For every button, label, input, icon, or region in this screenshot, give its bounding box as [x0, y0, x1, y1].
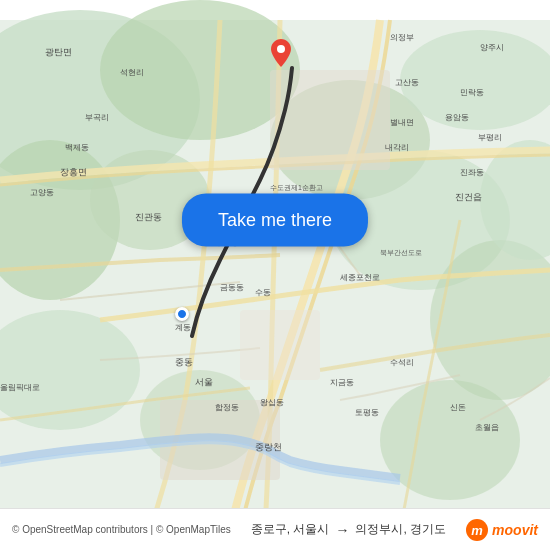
route-arrow: → — [335, 522, 349, 538]
svg-text:수석리: 수석리 — [390, 358, 414, 367]
svg-text:부평리: 부평리 — [478, 133, 502, 142]
svg-text:합정동: 합정동 — [215, 403, 239, 412]
svg-text:석현리: 석현리 — [120, 68, 144, 77]
svg-text:민락동: 민락동 — [460, 88, 484, 97]
svg-text:북부간선도로: 북부간선도로 — [380, 249, 422, 257]
svg-text:초월읍: 초월읍 — [475, 423, 499, 432]
map-attribution: © OpenStreetMap contributors | © OpenMap… — [12, 524, 231, 535]
route-to: 의정부시, 경기도 — [355, 521, 446, 538]
svg-text:장흥면: 장흥면 — [60, 167, 87, 177]
svg-text:내각리: 내각리 — [385, 143, 409, 152]
svg-text:세종포천로: 세종포천로 — [340, 273, 380, 282]
map-container: 광탄면 석현리 부곡리 백제동 장흥면 고양동 양주시 의정부 민락동 고산동 … — [0, 0, 550, 550]
svg-text:수도권제1순환고: 수도권제1순환고 — [270, 184, 323, 191]
svg-text:의정부: 의정부 — [390, 33, 414, 42]
svg-text:수동: 수동 — [255, 288, 271, 297]
svg-text:부곡리: 부곡리 — [85, 113, 109, 122]
svg-text:계동: 계동 — [175, 323, 191, 332]
svg-text:고양동: 고양동 — [30, 188, 54, 197]
route-from: 종로구, 서울시 — [251, 521, 330, 538]
map-background: 광탄면 석현리 부곡리 백제동 장흥면 고양동 양주시 의정부 민락동 고산동 … — [0, 0, 550, 550]
svg-text:광탄면: 광탄면 — [45, 47, 72, 57]
origin-dot — [175, 307, 189, 321]
svg-text:별내면: 별내면 — [390, 118, 414, 127]
svg-text:왕십동: 왕십동 — [260, 398, 284, 407]
svg-text:진관동: 진관동 — [135, 212, 162, 222]
svg-point-53 — [277, 45, 285, 53]
svg-text:고산동: 고산동 — [395, 78, 419, 87]
svg-text:용암동: 용암동 — [445, 113, 469, 122]
svg-text:토평동: 토평동 — [355, 408, 379, 417]
moovit-logo: m moovit — [466, 519, 538, 541]
svg-text:올림픽대로: 올림픽대로 — [0, 383, 40, 392]
moovit-wordmark: moovit — [492, 522, 538, 538]
take-me-there-button[interactable]: Take me there — [182, 194, 368, 247]
bottom-bar: © OpenStreetMap contributors | © OpenMap… — [0, 508, 550, 550]
svg-text:진건읍: 진건읍 — [455, 192, 482, 202]
moovit-icon: m — [466, 519, 488, 541]
svg-text:금동동: 금동동 — [220, 283, 244, 292]
svg-text:중동: 중동 — [175, 357, 193, 367]
route-info: 종로구, 서울시 → 의정부시, 경기도 — [251, 521, 446, 538]
svg-rect-14 — [240, 310, 320, 380]
svg-text:지금동: 지금동 — [330, 378, 354, 387]
svg-text:신돈: 신돈 — [450, 403, 466, 412]
svg-text:양주시: 양주시 — [480, 43, 504, 52]
svg-text:중랑천: 중랑천 — [255, 442, 282, 452]
svg-text:백제동: 백제동 — [65, 143, 89, 152]
svg-text:서울: 서울 — [195, 377, 213, 387]
svg-text:m: m — [471, 523, 483, 538]
svg-point-11 — [380, 380, 520, 500]
destination-pin — [271, 39, 291, 67]
svg-text:진좌동: 진좌동 — [460, 168, 484, 177]
